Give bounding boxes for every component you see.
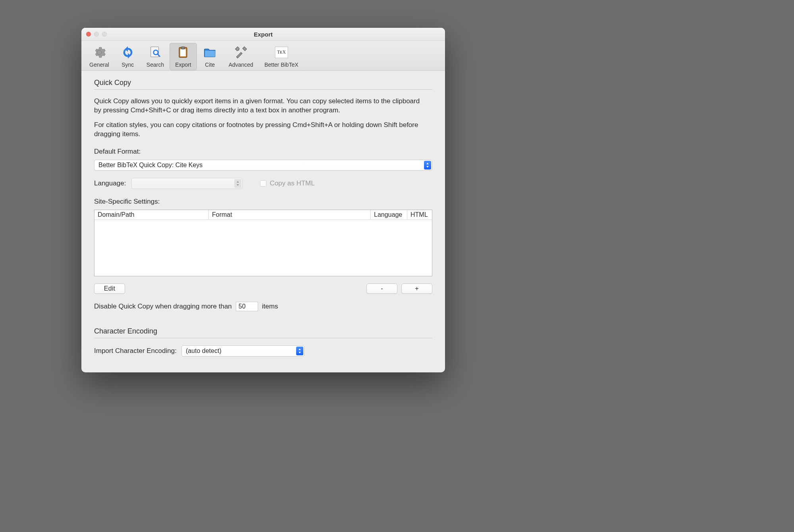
tab-export[interactable]: Export [170, 43, 197, 70]
window-title: Export [81, 31, 445, 38]
add-button[interactable]: + [401, 283, 432, 294]
tab-general[interactable]: General [84, 43, 115, 70]
language-label: Language: [94, 179, 126, 187]
tab-sync-label: Sync [121, 62, 134, 68]
disable-drag-prefix: Disable Quick Copy when dragging more th… [94, 303, 232, 310]
tab-advanced[interactable]: Advanced [223, 43, 259, 70]
tools-icon [233, 45, 249, 60]
stepper-icon [424, 161, 431, 170]
minimize-button[interactable] [94, 32, 99, 37]
copy-as-html-checkbox[interactable] [260, 180, 266, 187]
tab-cite-label: Cite [205, 62, 215, 68]
tab-cite[interactable]: Cite [197, 43, 223, 70]
col-language[interactable]: Language [371, 210, 407, 220]
close-button[interactable] [86, 32, 91, 37]
tab-sync[interactable]: Sync [115, 43, 141, 70]
copy-as-html-label: Copy as HTML [270, 179, 314, 187]
titlebar: Export [81, 28, 445, 41]
import-encoding-select[interactable]: (auto detect) [181, 345, 304, 357]
disable-drag-suffix: items [262, 303, 278, 310]
svg-text:TᴇX: TᴇX [277, 49, 286, 55]
col-format[interactable]: Format [209, 210, 371, 220]
traffic-lights [86, 32, 107, 37]
content-area: Quick Copy Quick Copy allows you to quic… [81, 71, 445, 372]
preferences-window: Export General Sync Search Export [81, 28, 445, 372]
svg-rect-4 [180, 49, 186, 56]
preferences-toolbar: General Sync Search Export Cite [81, 41, 445, 71]
quick-copy-description-1: Quick Copy allows you to quickly export … [94, 97, 432, 115]
edit-button[interactable]: Edit [94, 283, 125, 294]
language-select[interactable] [131, 178, 243, 189]
stepper-icon [234, 179, 241, 188]
zoom-button[interactable] [102, 32, 107, 37]
tab-better-bibtex-label: Better BibTeX [264, 62, 299, 68]
quick-copy-description-2: For citation styles, you can copy citati… [94, 121, 432, 139]
search-document-icon [148, 45, 163, 60]
tab-search-label: Search [146, 62, 164, 68]
col-domain[interactable]: Domain/Path [94, 210, 209, 220]
col-html[interactable]: HTML [407, 210, 432, 220]
default-format-value: Better BibTeX Quick Copy: Cite Keys [98, 162, 202, 169]
tab-advanced-label: Advanced [229, 62, 253, 68]
import-encoding-label: Import Character Encoding: [94, 347, 177, 355]
remove-button[interactable]: - [366, 283, 397, 294]
character-encoding-heading: Character Encoding [94, 327, 432, 338]
tab-better-bibtex[interactable]: TᴇX Better BibTeX [259, 43, 304, 70]
tex-icon: TᴇX [274, 45, 289, 60]
import-encoding-value: (auto detect) [186, 347, 222, 355]
site-specific-table[interactable]: Domain/Path Format Language HTML [94, 210, 432, 276]
default-format-label: Default Format: [94, 148, 432, 156]
default-format-select[interactable]: Better BibTeX Quick Copy: Cite Keys [94, 160, 432, 171]
table-header-row: Domain/Path Format Language HTML [94, 210, 432, 220]
quick-copy-heading: Quick Copy [94, 79, 432, 90]
tab-general-label: General [89, 62, 109, 68]
clipboard-icon [175, 45, 191, 60]
site-specific-label: Site-Specific Settings: [94, 198, 432, 206]
tab-export-label: Export [175, 62, 191, 68]
tab-search[interactable]: Search [141, 43, 170, 70]
svg-rect-5 [181, 47, 185, 49]
sync-icon [120, 45, 135, 60]
disable-drag-count-input[interactable]: 50 [236, 302, 258, 311]
folder-icon [202, 45, 218, 60]
gear-icon [92, 45, 107, 60]
stepper-icon [296, 347, 303, 355]
